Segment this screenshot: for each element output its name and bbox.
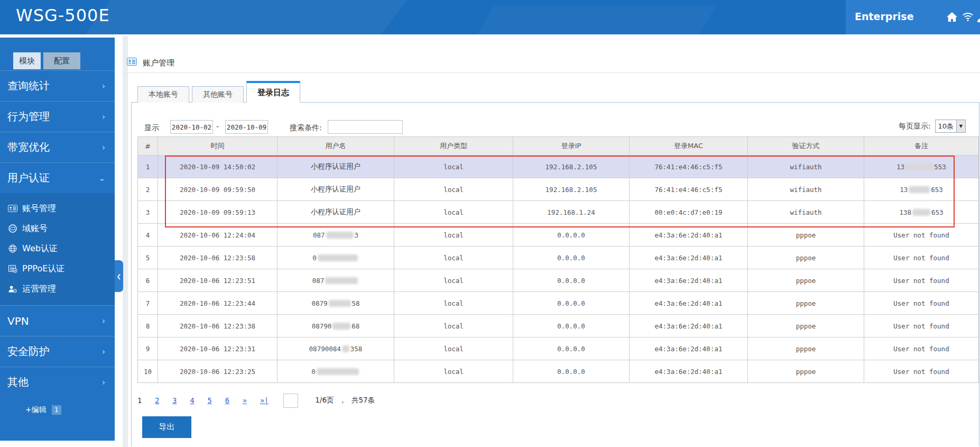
tab-0[interactable]: 本地账号 [137, 86, 189, 103]
cell-login-mac: e4:3a:6e:2d:40:a1 [630, 269, 748, 291]
row-number: 2 [138, 178, 158, 200]
sidebar-item-label: 查询统计 [7, 79, 50, 93]
tab-2[interactable]: 登录日志 [246, 81, 300, 103]
submenu-item-4[interactable]: 运营管理 [0, 279, 115, 299]
sidebar-item-label: 用户认证 [7, 171, 50, 185]
page-link-2[interactable]: 2 [155, 396, 159, 405]
table-row[interactable]: 62020-10-06 12:23:51087local0.0.0.0e4:3a… [138, 269, 978, 291]
cell-remark: 13553 [864, 156, 978, 178]
operator-user-icon [7, 285, 18, 293]
cell-login-mac: e4:3a:6e:2d:40:a1 [630, 360, 748, 382]
cell-login-ip: 0.0.0.0 [513, 269, 630, 291]
current-page: 1 [137, 396, 142, 405]
per-page-select[interactable]: 10条 ▼ [935, 120, 966, 133]
export-button[interactable]: 导出 [142, 416, 191, 438]
sidebar-item-label: 行为管理 [7, 110, 50, 124]
cell-remark: User not found [864, 247, 978, 269]
table-row[interactable]: 102020-10-06 12:23:250local0.0.0.0e4:3a:… [138, 360, 978, 382]
table-row[interactable]: 12020-10-09 14:50:02小程序认证用户local192.168.… [138, 155, 978, 178]
blurred-text [329, 300, 351, 307]
sidebar-item-lower-0[interactable]: VPN› [0, 305, 115, 336]
page-link-3[interactable]: 3 [172, 396, 177, 405]
table-row[interactable]: 92020-10-06 12:23:3108790084358local0.0.… [138, 337, 978, 360]
cell-user-type: local [394, 201, 513, 223]
column-header: 验证方式 [748, 137, 864, 155]
chevron-right-icon: › [102, 347, 105, 357]
cell-username: 087958 [278, 292, 394, 314]
table-row[interactable]: 72020-10-06 12:23:44087958local0.0.0.0e4… [138, 291, 978, 314]
next-pages-link[interactable]: » [243, 396, 247, 405]
last-page-link[interactable]: »| [260, 396, 269, 405]
cell-login-ip: 0.0.0.0 [513, 360, 630, 382]
cell-username: 087 [278, 269, 394, 291]
home-icon[interactable] [946, 12, 958, 22]
sidebar-item-upper-0[interactable]: 查询统计› [0, 70, 115, 101]
table-row[interactable]: 32020-10-09 09:59:13小程序认证用户local192.168.… [138, 200, 978, 223]
blurred-text [317, 368, 359, 375]
cell-time: 2020-10-09 09:59:50 [158, 178, 278, 200]
sidebar-item-upper-1[interactable]: 行为管理› [0, 101, 115, 132]
submenu-item-0[interactable]: 账号管理 [0, 198, 115, 218]
submenu-item-1[interactable]: 域账号 [0, 218, 115, 239]
wifi-icon[interactable] [962, 12, 974, 22]
table-row[interactable]: 42020-10-06 12:24:040873local0.0.0.0e4:3… [138, 223, 978, 246]
table-row[interactable]: 22020-10-09 09:59:50小程序认证用户local192.168.… [138, 178, 978, 200]
edition-label: Enterprise [855, 11, 914, 22]
cell-remark: User not found [864, 337, 978, 360]
blurred-text [912, 209, 930, 216]
cell-auth-method: pppoe [748, 337, 864, 360]
chevron-right-icon: › [102, 143, 105, 152]
table-row[interactable]: 52020-10-06 12:23:580local0.0.0.0e4:3a:6… [138, 246, 978, 269]
cell-user-type: local [394, 269, 513, 291]
sidebar-collapse-handle[interactable]: ❮ [115, 260, 123, 292]
cell-login-mac: e4:3a:6e:2d:40:a1 [630, 337, 748, 360]
cell-user-type: local [394, 178, 513, 200]
column-header: 备注 [864, 137, 978, 155]
sidebar-tab-switch: 模块 配置 [13, 52, 80, 69]
search-input[interactable] [328, 120, 403, 134]
cell-time: 2020-10-06 12:23:58 [158, 247, 278, 269]
sidebar-tab-config[interactable]: 配置 [43, 52, 80, 69]
date-to-input[interactable] [225, 120, 268, 134]
page-link-6[interactable]: 6 [225, 396, 229, 405]
date-range-separator: - [216, 122, 219, 131]
sidebar-edit-button[interactable]: +编辑 1 [0, 402, 115, 418]
header-right-panel: Enterprise [846, 0, 980, 34]
submenu-item-3[interactable]: PPPoE认证 [0, 259, 115, 279]
tab-1[interactable]: 其他账号 [192, 86, 244, 103]
page-links: 23456 [142, 396, 229, 405]
sidebar-item-label: 其他 [7, 375, 29, 389]
sidebar-item-upper-2[interactable]: 带宽优化› [0, 132, 115, 162]
globe-icon [7, 244, 18, 253]
cell-remark: User not found [864, 224, 978, 246]
chevron-right-icon: › [102, 378, 105, 387]
cell-remark: User not found [864, 292, 978, 314]
sidebar: 模块 配置 查询统计›行为管理›带宽优化›用户认证⌄账号管理域账号Web认证PP… [0, 36, 115, 441]
table-row[interactable]: 82020-10-06 12:23:380879068local0.0.0.0e… [138, 314, 978, 337]
user-auth-submenu: 账号管理域账号Web认证PPPoE认证运营管理 [0, 193, 115, 305]
sidebar-item-lower-2[interactable]: 其他› [0, 367, 115, 397]
sidebar-item-lower-1[interactable]: 安全防护› [0, 336, 115, 367]
content-tabbar: 本地账号其他账号登录日志 [137, 81, 303, 103]
cell-time: 2020-10-09 14:50:02 [158, 156, 278, 178]
cell-user-type: local [394, 360, 513, 382]
chevron-right-icon: › [102, 316, 105, 326]
cell-user-type: local [394, 292, 513, 314]
page-jump-input[interactable] [283, 394, 298, 408]
sidebar-edit-label: +编辑 [25, 405, 47, 415]
cell-time: 2020-10-06 12:23:25 [158, 360, 278, 382]
date-from-input[interactable] [170, 120, 213, 134]
cell-auth-method: wifiauth [748, 178, 864, 200]
blurred-text [332, 323, 350, 330]
column-header: 时间 [158, 137, 278, 155]
column-header: 登录IP [513, 137, 630, 155]
sidebar-item-upper-3[interactable]: 用户认证⌄ [0, 162, 115, 193]
submenu-item-2[interactable]: Web认证 [0, 239, 115, 259]
sidebar-tab-modules[interactable]: 模块 [13, 52, 41, 69]
cell-login-ip: 0.0.0.0 [513, 315, 630, 337]
column-header: 用户类型 [394, 137, 513, 155]
header-texture [457, 5, 716, 34]
user-icon[interactable] [977, 12, 980, 22]
page-link-4[interactable]: 4 [190, 396, 194, 405]
page-link-5[interactable]: 5 [208, 396, 212, 405]
